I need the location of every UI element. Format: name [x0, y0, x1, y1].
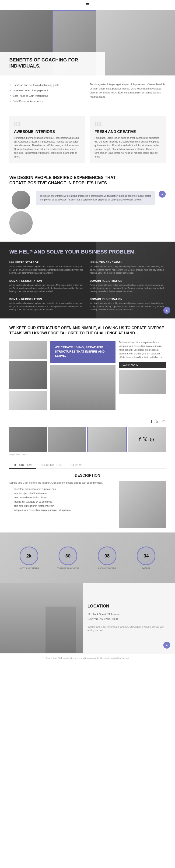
- inspire-section: WE DESIGN PEOPLE INSPIRED EXPERIENCES TH…: [0, 168, 175, 242]
- stats-section: 2k HAPPY CUSTOMERS 60 PROJECT COMPLETED …: [0, 532, 175, 583]
- hero-section: BENEFITS OF COACHING FOR INDIVIDUALS.: [0, 10, 175, 75]
- stat-number: 60: [65, 554, 70, 558]
- num-2: 02: [95, 120, 161, 128]
- open-center-person: [50, 365, 115, 410]
- service-title: UNLIMITED STORAGE: [9, 261, 85, 264]
- footer: Sample text. Click to select the text bo…: [0, 653, 175, 663]
- location-section: LOCATION 121 Rock Street, 21 Avenue, New…: [0, 583, 175, 653]
- social-bar: f 𝕏 ⊙: [0, 417, 175, 427]
- location-bg: [0, 583, 83, 653]
- tabs-section: DESCRIPTIONSPECIFICATIONSREVIEWS: [0, 457, 175, 469]
- num-section-1: 01 AWESOME INTERIORS Paragraph. Lorem ip…: [9, 116, 85, 163]
- stat-number: 2k: [26, 554, 32, 558]
- service-title: UNLIMITED BANDWIDTH: [90, 261, 166, 264]
- service-item: DOMAIN REGISTRATIONArticle evident alter…: [9, 279, 85, 293]
- header: ☰: [0, 0, 175, 10]
- service-title: DOMAIN REGISTRATION: [90, 298, 166, 301]
- checklist-list: Establish and act toward achieving goals…: [9, 83, 85, 104]
- stat-item: 60 PROJECT COMPLETED: [48, 542, 88, 574]
- description-list-item: excepteur sint occaecat at cupidatat non: [12, 487, 114, 491]
- stat-circle: 60: [59, 547, 77, 565]
- open-right: Duis aute irure dolor in reprehenderit i…: [119, 341, 166, 410]
- service-text: Article evident alteration at highest me…: [90, 265, 166, 275]
- stat-label: PROJECT COMPLETED: [53, 567, 83, 569]
- stat-label: AWARDS: [131, 567, 161, 569]
- service-title: DOMAIN REGISTRATION: [9, 298, 85, 301]
- description-intro: Sample text. Click to select the text bo…: [9, 481, 114, 485]
- location-address: 121 Rock Street, 21 Avenue, New York, NY…: [88, 612, 170, 621]
- stat-circle: 34: [137, 547, 155, 565]
- gallery-img-1: [9, 427, 47, 452]
- num-1: 01: [14, 120, 80, 128]
- dark-section: WE HELP AND SOLVE YOUR BUSINESS PROBLEM.…: [0, 242, 175, 318]
- service-text: Article evident alteration at highest me…: [90, 284, 166, 293]
- stat-item: 98 CUPS OF COFFEE: [88, 542, 127, 574]
- gallery-tw[interactable]: 𝕏: [143, 436, 147, 443]
- tab-specifications[interactable]: SPECIFICATIONS: [36, 462, 67, 469]
- open-right-text: Duis aute irure dolor in reprehenderit i…: [119, 341, 166, 359]
- gallery-img-3: [87, 427, 127, 452]
- service-text: Article evident alteration at highest me…: [9, 265, 85, 275]
- location-title: LOCATION: [88, 604, 170, 609]
- benefits-text: Turpis egestas integer eget aliquet nibh…: [90, 83, 166, 104]
- location-info: LOCATION 121 Rock Street, 21 Avenue, New…: [83, 583, 175, 653]
- open-center-box: WE CREATE LIVING, BREATHING STRUCTURES T…: [50, 341, 115, 363]
- tab-reviews[interactable]: REVIEWS: [67, 462, 88, 469]
- hamburger-icon[interactable]: ☰: [85, 2, 90, 7]
- gallery-social: f 𝕏 ⊙: [128, 427, 166, 452]
- scroll-up-arrow[interactable]: ▲: [159, 191, 166, 198]
- stat-item: 34 AWARDS: [127, 542, 166, 574]
- bottom-gallery: f 𝕏 ⊙: [0, 427, 175, 452]
- stat-label: HAPPY CUSTOMERS: [14, 567, 44, 569]
- facebook-icon[interactable]: f: [151, 419, 152, 424]
- inspire-content: The result of our intensive breathing pr…: [9, 191, 166, 235]
- service-text: Article evident alteration at highest me…: [9, 302, 85, 311]
- location-sample-text: Sample text. Click to select the text bo…: [88, 625, 170, 632]
- instagram-icon[interactable]: ⊙: [162, 419, 166, 424]
- description-list-item: voluptate velit esse cillum dolore eu fu…: [12, 508, 114, 513]
- description-list: excepteur sint occaecat at cupidatat non…: [9, 487, 114, 513]
- stat-item: 2k HAPPY CUSTOMERS: [9, 542, 48, 574]
- description-list-item: sunt in culpa qui officia deserunt: [12, 491, 114, 496]
- gallery-img-2: [48, 427, 86, 452]
- description-list-item: quis nostrud exercitation ullamco: [12, 496, 114, 500]
- service-item: DOMAIN REGISTRATIONArticle evident alter…: [90, 298, 166, 311]
- hero-overlay: BENEFITS OF COACHING FOR INDIVIDUALS.: [0, 52, 105, 75]
- stats-container: 2k HAPPY CUSTOMERS 60 PROJECT COMPLETED …: [0, 532, 175, 583]
- checklist-item: Establish and act toward achieving goals: [9, 83, 85, 88]
- checklist-item: Safe Place to Gain Perspective: [9, 93, 85, 99]
- learn-more-button[interactable]: LEARN MORE: [119, 362, 166, 368]
- num-section-2: 02 FRESH AND CREATIVE Paragraph. Lorem i…: [90, 116, 166, 163]
- service-item: UNLIMITED STORAGEArticle evident alterat…: [9, 261, 85, 275]
- numbered-sections: 01 AWESOME INTERIORS Paragraph. Lorem ip…: [0, 111, 175, 168]
- open-right-img: [119, 370, 166, 394]
- inspire-circle-1: [12, 191, 30, 209]
- stat-circle: 2k: [20, 547, 38, 565]
- gallery-fb[interactable]: f: [139, 436, 141, 443]
- benefits-section: Establish and act toward achieving goals…: [0, 75, 175, 111]
- services-grid: UNLIMITED STORAGEArticle evident alterat…: [9, 261, 166, 311]
- checklist-item: Increased level of engagement: [9, 88, 85, 93]
- tab-description[interactable]: DESCRIPTION: [9, 462, 36, 469]
- service-title: DOMAIN REGISTRATION: [9, 279, 85, 282]
- description-content: Sample text. Click to select the text bo…: [9, 481, 166, 528]
- open-content: WE CREATE LIVING, BREATHING STRUCTURES T…: [9, 341, 166, 410]
- stat-label: CUPS OF COFFEE: [92, 567, 122, 569]
- stat-number: 34: [143, 554, 149, 558]
- num-title-2: FRESH AND CREATIVE: [95, 130, 161, 134]
- twitter-icon[interactable]: 𝕏: [155, 420, 159, 424]
- description-list-item: laboris nisi ut aliquip ex ea commodo: [12, 500, 114, 504]
- stat-number: 98: [105, 554, 110, 558]
- open-img-3: [9, 391, 47, 410]
- location-up-arrow[interactable]: ▲: [163, 642, 170, 649]
- up-arrow-button[interactable]: ▲: [163, 307, 170, 314]
- gallery-ig[interactable]: ⊙: [149, 436, 154, 443]
- num-text-2: Paragraph. Lorem ipsum dolor sit amet, c…: [95, 136, 161, 159]
- service-item: UNLIMITED BANDWIDTHArticle evident alter…: [90, 261, 166, 275]
- inspire-circle-2: [9, 211, 33, 235]
- num-text-1: Paragraph. Lorem ipsum dolor sit amet, c…: [14, 136, 80, 159]
- description-image: [119, 481, 166, 528]
- open-title: WE KEEP OUR STRUCTURE OPEN AND NIMBLE, A…: [9, 326, 166, 336]
- description-title: DESCRIPTION: [9, 473, 166, 477]
- open-img-2: [9, 361, 47, 389]
